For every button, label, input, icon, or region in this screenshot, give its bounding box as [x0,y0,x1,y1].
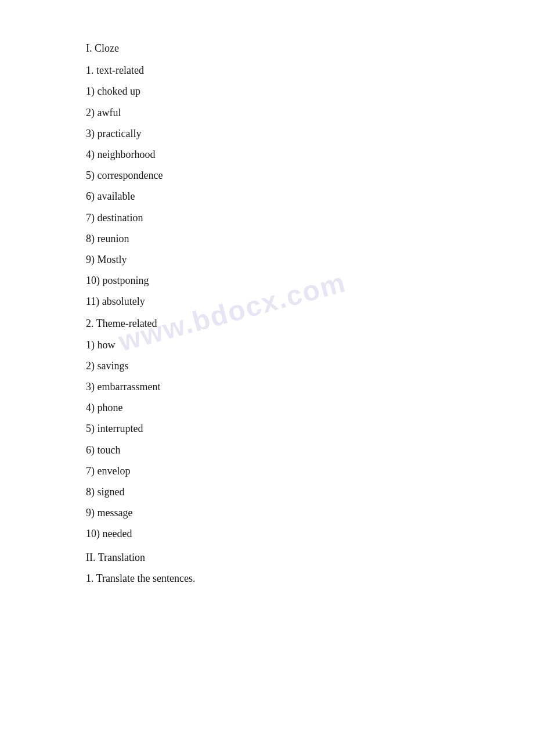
list-item: 4) phone [86,398,464,417]
list-item: 3) practically [86,124,464,143]
list-item: 6) touch [86,440,464,460]
list-item: 7) envelop [86,461,464,481]
list-item: 6) available [86,186,464,206]
list-item: 5) correspondence [86,165,464,185]
section-1-title: I. Cloze [86,38,464,58]
list-item: 8) reunion [86,229,464,249]
section-2-title: II. Translation [86,548,464,567]
page-content: www.bdocx.com I. Cloze 1. text-related 1… [0,0,464,624]
subsection-1-title: 1. text-related [86,60,464,80]
list-item: 8) signed [86,482,464,502]
list-item: 9) message [86,503,464,523]
list-item: 7) destination [86,208,464,228]
list-item: 5) interrupted [86,419,464,438]
subsection-2-title: 2. Theme-related [86,314,464,333]
list-item: 10) postponing [86,271,464,290]
list-item: 11) absolutely [86,291,464,311]
list-item: 2) awful [86,103,464,123]
list-item: 10) needed [86,524,464,543]
list-item: 3) embarrassment [86,377,464,397]
list-item: 1) how [86,335,464,355]
translate-sentences-label: 1. Translate the sentences. [86,568,464,588]
list-item: 1) choked up [86,81,464,101]
list-item: 2) savings [86,356,464,376]
list-item: 4) neighborhood [86,145,464,164]
list-item: 9) Mostly [86,250,464,269]
